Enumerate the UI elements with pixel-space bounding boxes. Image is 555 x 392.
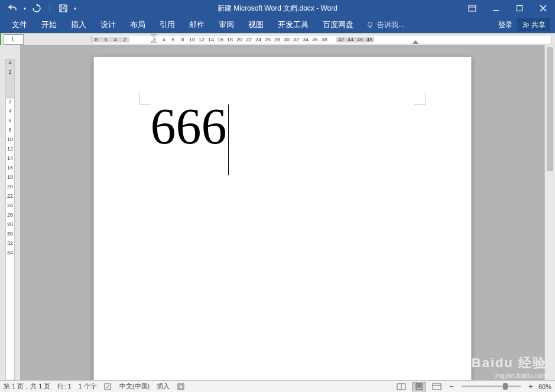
tab-view[interactable]: 视图 <box>241 17 271 33</box>
indent-marker[interactable] <box>150 34 157 43</box>
undo-button[interactable] <box>5 1 21 15</box>
zoom-slider-thumb[interactable] <box>503 383 508 390</box>
document-area[interactable]: 666 <box>20 45 544 380</box>
status-words[interactable]: 1 个字 <box>79 382 97 391</box>
status-bar: 第 1 页，共 1 页 行: 1 1 个字 中文(中国) 插入 − + 80% <box>0 380 555 392</box>
svg-point-2 <box>368 22 372 27</box>
dropdown-icon[interactable]: ▾ <box>24 6 26 11</box>
horizontal-ruler-area: L 8 6 4 2 2 4 6 8 10 12 14 16 18 20 22 2… <box>0 33 555 45</box>
redo-button[interactable] <box>28 1 45 15</box>
tab-baidu[interactable]: 百度网盘 <box>316 17 361 33</box>
zoom-slider[interactable] <box>462 386 521 387</box>
tab-dev[interactable]: 开发工具 <box>271 17 316 33</box>
tab-review[interactable]: 审阅 <box>212 17 241 33</box>
tab-selector[interactable]: L <box>4 34 24 45</box>
tell-me-text: 告诉我... <box>377 20 404 30</box>
title-bar: ▾ ▾ 新建 Microsoft Word 文档.docx - Word <box>0 0 555 17</box>
status-page[interactable]: 第 1 页，共 1 页 <box>4 382 50 391</box>
quick-access-toolbar: ▾ ▾ <box>0 1 76 15</box>
maximize-button[interactable] <box>508 0 531 17</box>
zoom-out-button[interactable]: − <box>447 382 456 391</box>
save-button[interactable] <box>55 1 72 15</box>
lightbulb-icon <box>366 21 374 28</box>
svg-rect-0 <box>469 5 476 11</box>
right-indent-marker[interactable] <box>413 40 418 44</box>
text-cursor <box>228 104 229 175</box>
margin-corner-icon <box>414 93 426 104</box>
view-read-mode[interactable] <box>394 382 408 391</box>
margin-corner-icon <box>139 93 151 104</box>
svg-rect-9 <box>433 384 441 390</box>
scrollbar-thumb[interactable] <box>547 47 553 171</box>
tab-file[interactable]: 文件 <box>5 17 34 33</box>
page[interactable]: 666 <box>93 57 472 380</box>
svg-point-3 <box>524 22 526 25</box>
minimize-button[interactable] <box>484 0 508 17</box>
status-proofing[interactable] <box>104 383 112 391</box>
status-line[interactable]: 行: 1 <box>57 382 71 391</box>
tab-references[interactable]: 引用 <box>152 17 182 33</box>
status-macro-icon[interactable] <box>177 383 185 391</box>
tab-design[interactable]: 设计 <box>93 17 123 33</box>
vertical-ruler[interactable]: 4 2 2 4 6 8 10 12 14 16 18 20 22 24 26 2… <box>0 45 20 380</box>
zoom-level[interactable]: 80% <box>538 383 551 390</box>
workspace: 4 2 2 4 6 8 10 12 14 16 18 20 22 24 26 2… <box>0 45 555 380</box>
view-print-layout[interactable] <box>412 382 426 391</box>
share-label: 共享 <box>531 20 546 30</box>
vertical-scrollbar[interactable] <box>544 45 555 380</box>
share-button[interactable]: 共享 <box>517 18 550 31</box>
close-button[interactable] <box>531 0 555 17</box>
dropdown-icon[interactable]: ▾ <box>74 6 76 11</box>
document-text[interactable]: 666 <box>151 99 227 155</box>
svg-rect-6 <box>179 385 183 388</box>
tab-mail[interactable]: 邮件 <box>182 17 212 33</box>
login-link[interactable]: 登录 <box>498 20 512 30</box>
zoom-in-button[interactable]: + <box>527 382 535 391</box>
tab-layout[interactable]: 布局 <box>123 17 152 33</box>
share-icon <box>522 21 529 28</box>
tab-insert[interactable]: 插入 <box>64 17 93 33</box>
view-web-layout[interactable] <box>430 382 444 391</box>
ribbon-tabs: 文件 开始 插入 设计 布局 引用 邮件 审阅 视图 开发工具 百度网盘 告诉我… <box>0 17 555 33</box>
horizontal-ruler[interactable]: 8 6 4 2 2 4 6 8 10 12 14 16 18 20 22 24 … <box>91 35 551 44</box>
svg-rect-1 <box>517 6 522 11</box>
tab-home[interactable]: 开始 <box>34 17 64 33</box>
status-language[interactable]: 中文(中国) <box>119 382 150 391</box>
tell-me-search[interactable]: 告诉我... <box>361 20 410 30</box>
status-insert[interactable]: 插入 <box>157 382 170 391</box>
ribbon-display-button[interactable] <box>460 0 484 17</box>
